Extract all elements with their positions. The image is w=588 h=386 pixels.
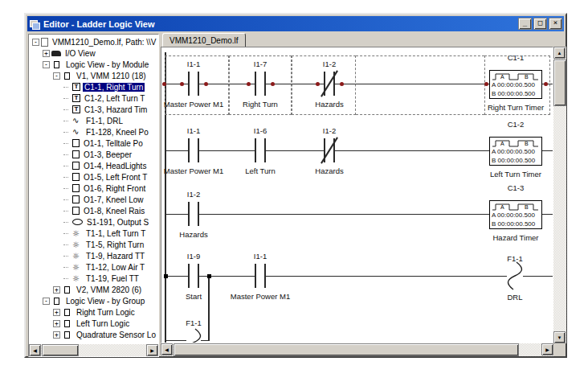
tree-item[interactable]: ☼T1-12, Low Air T [29, 261, 158, 273]
maximize-button[interactable]: □ [533, 18, 547, 30]
tree-item[interactable]: O1-5, Left Front T [29, 171, 158, 183]
tree-guide-line [63, 166, 68, 166]
tree-item[interactable]: O1-3, Beeper [29, 149, 158, 160]
tree-item[interactable]: TC1-2, Left Turn T [29, 92, 158, 104]
tree-item[interactable]: O1-4, HeadLights [29, 160, 158, 171]
collapse-minus-icon[interactable]: - [43, 61, 50, 68]
window-title: Editor - Ladder Logic View [43, 19, 517, 29]
tree-item[interactable]: S1-191, Output S [29, 216, 158, 228]
contact-icon [62, 331, 72, 339]
expand-plus-icon[interactable]: + [53, 286, 60, 294]
tree-item-label: T1-1, Left Turn T [84, 229, 147, 238]
contact-bar [188, 202, 190, 226]
ladder-canvas-frame: I1-1Master Power M1I1-7Right TurnI1-2Haz… [161, 47, 553, 343]
tree-item-label: O1-6, Right Front [82, 184, 147, 193]
tree-item[interactable]: -VMM1210_Demo.lf, Path: \\V [29, 36, 158, 47]
tree-item[interactable]: O1-1, Telltale Po [29, 138, 158, 149]
minimize-button[interactable]: _ [518, 18, 532, 30]
tree-item-label: O1-5, Left Front T [82, 173, 149, 182]
scroll-left-icon[interactable]: ◀ [161, 343, 173, 355]
tree-item[interactable]: O1-8, Kneel Rais [29, 205, 158, 216]
tree-guide-line [63, 267, 68, 268]
contact-icon [62, 309, 72, 316]
scroll-right-icon[interactable]: ▶ [146, 344, 158, 356]
selection-dashed-box [229, 55, 292, 115]
contact-bar [264, 138, 266, 162]
contact-gap [256, 275, 264, 277]
tree-item[interactable]: TC1-1, Right Turn [29, 81, 158, 92]
ladder-hscroll-thumb[interactable] [174, 343, 519, 356]
timer-id: C1-2 [484, 120, 548, 129]
collapse-minus-icon[interactable]: - [32, 39, 39, 46]
flag-icon: ∿ [72, 117, 82, 125]
ladder-canvas[interactable]: I1-1Master Power M1I1-7Right TurnI1-2Haz… [161, 47, 553, 343]
tree-item-label: C1-3, Hazard Tim [83, 105, 149, 114]
state-icon [72, 219, 83, 225]
contact-id: I1-1 [236, 252, 284, 261]
contact-icon [51, 298, 62, 305]
tree-guide-line [63, 188, 68, 189]
timer-box: ABA 00:00:00.500B 00:00:00.500 [489, 200, 542, 229]
contact-label: Hazards [161, 230, 232, 239]
svg-text:A: A [500, 204, 504, 210]
tree-item[interactable]: ∿F1-128, Kneel Po [29, 126, 158, 138]
tree-hscroll-thumb[interactable] [42, 344, 79, 356]
scroll-down-icon[interactable]: ▼ [553, 331, 566, 343]
close-button[interactable]: × [549, 18, 562, 30]
expand-plus-icon[interactable]: + [53, 309, 60, 316]
scroll-right-icon[interactable]: ▶ [541, 343, 553, 355]
tree-item-label: V2, VMM 2820 (6) [75, 285, 143, 294]
title-bar[interactable]: Editor - Ladder Logic View _ □ × [27, 16, 564, 31]
tree-item-label: F1-1, DRL [84, 117, 125, 125]
tree-item[interactable]: TC1-3, Hazard Tim [29, 104, 158, 115]
tree-item-label: T1-9, Hazard TT [84, 252, 146, 261]
tree-item[interactable]: ☼T1-9, Hazard TT [29, 250, 158, 261]
expand-plus-icon[interactable]: + [53, 331, 60, 339]
scroll-left-icon[interactable]: ◀ [29, 344, 41, 356]
tree-item-label: Logic View - by Group [64, 297, 146, 306]
tree-item[interactable]: ☼T1-1, Left Turn T [29, 228, 158, 239]
rung-wire [542, 150, 553, 151]
tree-item-label: F1-128, Kneel Po [84, 128, 150, 137]
tree-item[interactable]: ☼T1-19, Fuel TT [29, 273, 158, 284]
tree-item-label: C1-1, Right Turn [83, 83, 145, 92]
tree-item[interactable]: +Left Turn Logic [29, 318, 158, 329]
screenshot-stage: Editor - Ladder Logic View _ □ × -VMM121… [0, 0, 588, 386]
tree-item-label: I/O View [63, 49, 97, 58]
tree-item[interactable]: O1-6, Right Front [29, 183, 158, 194]
output-icon [72, 184, 80, 192]
contact-icon [62, 72, 72, 80]
project-tree-panel: -VMM1210_Demo.lf, Path: \\V+I/O View-Log… [28, 34, 159, 357]
rung-wire [165, 214, 490, 215]
tree-item-label: S1-191, Output S [85, 218, 150, 227]
scroll-up-icon[interactable]: ▲ [553, 47, 566, 59]
svg-text:A: A [500, 141, 504, 146]
tree-item[interactable]: -V1, VMM 1210 (18) [29, 70, 158, 81]
tree-item[interactable]: +Right Turn Logic [29, 306, 158, 318]
tree-horizontal-scrollbar[interactable]: ◀ ▶ [29, 344, 158, 356]
tree-item[interactable]: +V2, VMM 2820 (6) [29, 284, 158, 295]
flag-contact-icon [185, 328, 202, 343]
lamp-icon: ☼ [72, 229, 82, 238]
ladder-vertical-scrollbar[interactable]: ▲ ▼ [553, 47, 566, 343]
tree-item[interactable]: ☼T1-5, Right Turn [29, 239, 158, 250]
expand-plus-icon[interactable]: + [43, 50, 50, 57]
collapse-minus-icon[interactable]: - [53, 72, 60, 80]
tree-item[interactable]: -Logic View - by Module [29, 59, 158, 70]
ladder-horizontal-scrollbar[interactable]: ◀ ▶ [161, 343, 553, 356]
tree-guide-line [63, 143, 68, 144]
tree-item[interactable]: +Quadrature Sensor Lo [29, 329, 158, 340]
tree-item[interactable]: -Logic View - by Group [29, 295, 158, 306]
tree-item-label: O1-3, Beeper [82, 150, 133, 159]
expand-plus-icon[interactable]: + [53, 320, 60, 327]
selection-dashed-line [356, 55, 484, 56]
ladder-vscroll-thumb[interactable] [553, 60, 566, 106]
tree-item[interactable]: +I/O View [29, 47, 158, 59]
contact-gap [190, 213, 198, 216]
tree-item[interactable]: O1-7, Kneel Low [29, 194, 158, 205]
io-icon [51, 51, 61, 56]
tree-item[interactable]: ∿F1-1, DRL [29, 115, 158, 126]
collapse-minus-icon[interactable]: - [43, 298, 50, 305]
contact-label: Left Turn [222, 166, 299, 175]
timer-icon: T [72, 83, 80, 91]
